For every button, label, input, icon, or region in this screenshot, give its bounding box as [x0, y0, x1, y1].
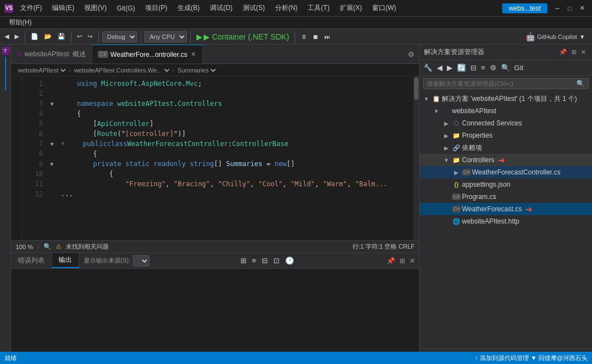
tree-item-weatherforecast[interactable]: C# WeatherForecast.cs ➜: [420, 203, 592, 215]
editor-vscrollbar[interactable]: [413, 76, 419, 240]
editor-status-row: 100 % | 🔍 ⚠ 未找到相关问题 行:1 字符:1 空格 CRLF: [11, 240, 419, 253]
solution-close-btn[interactable]: ✕: [579, 47, 588, 57]
weatherforecast-label: WeatherForecast.cs: [462, 205, 522, 213]
solution-float-btn[interactable]: ⊞: [570, 47, 578, 57]
toolbar-extra3[interactable]: ⏭: [322, 32, 333, 41]
tab-close-button[interactable]: ✕: [190, 50, 197, 59]
breadcrumb-member[interactable]: Summaries: [175, 66, 218, 74]
sol-btn-collapse[interactable]: ⊟: [469, 62, 478, 73]
output-btn-3[interactable]: ⊟: [259, 255, 270, 266]
output-btn-1[interactable]: ⊞: [238, 255, 249, 266]
sol-btn-search[interactable]: 🔍: [499, 62, 512, 73]
menu-analyze[interactable]: 分析(N): [271, 2, 302, 14]
menu-edit[interactable]: 编辑(E): [47, 2, 79, 14]
menu-file[interactable]: 文件(F): [16, 2, 46, 14]
toolbar-new[interactable]: 📄: [28, 32, 41, 41]
tree-item-http[interactable]: 🌐 websiteAPItest.http: [420, 215, 592, 227]
fold-7[interactable]: ▼: [47, 139, 56, 149]
toolbar-back[interactable]: ◀: [2, 32, 11, 41]
tab-overview[interactable]: ⚙ websiteAPItest: 概述: [11, 45, 92, 64]
tab-list-button[interactable]: ⚙: [406, 49, 417, 60]
menu-tools[interactable]: 工具(T): [303, 2, 334, 14]
tree-item-program[interactable]: C# Program.cs: [420, 191, 592, 203]
tree-item-weathercontroller[interactable]: ▶ C# WeatherForecastController.cs: [420, 166, 592, 178]
platform-select[interactable]: Any CPU: [145, 31, 187, 42]
margin-line-5: [11, 117, 22, 127]
vscrollbar-thumb[interactable]: [414, 77, 418, 100]
restore-button[interactable]: □: [564, 4, 575, 13]
output-btn-5[interactable]: 🕐: [283, 255, 296, 266]
tab-error-list[interactable]: 错误列表: [11, 254, 52, 268]
breadcrumb-project[interactable]: websiteAPItest: [16, 66, 68, 74]
sol-btn-forward[interactable]: ▶: [445, 62, 454, 73]
code-content[interactable]: using Microsoft.AspNetCore.Mvc; namespac…: [56, 76, 413, 240]
menu-view[interactable]: 视图(V): [80, 2, 111, 14]
minimize-button[interactable]: ─: [552, 4, 563, 13]
project-label: websiteAPItest: [452, 107, 496, 115]
menu-help[interactable]: 帮助(H): [4, 17, 36, 28]
solution-search-input[interactable]: [427, 80, 576, 87]
tab-weathercontroller[interactable]: C# WeatherFore...ontroller.cs ✕: [92, 45, 203, 64]
output-source-select[interactable]: [133, 255, 150, 266]
solution-toolbar: 🔧 ◀ ▶ 🔄 ⊟ ≡ ⚙ 🔍 Git: [420, 60, 592, 76]
tree-item-connected[interactable]: ▶ ⬡ Connected Services: [420, 117, 592, 129]
fold-9[interactable]: ▼: [47, 159, 56, 169]
sep1: [25, 31, 25, 42]
tree-item-dependencies[interactable]: ▶ 🔗 依赖项: [420, 142, 592, 154]
panel-float-btns: 📌 ⊞ ✕: [385, 256, 419, 265]
toolbar-extra1[interactable]: ⏸: [299, 32, 309, 41]
tree-item-controllers[interactable]: ▼ 📁 Controllers ➜: [420, 154, 592, 166]
toolbar-forward[interactable]: ▶: [12, 32, 21, 41]
sol-btn-git[interactable]: Git: [513, 62, 526, 73]
code-line-3: namespace websiteAPItest.Controllers: [56, 99, 413, 109]
fold-3[interactable]: ▼: [47, 99, 56, 109]
menu-git[interactable]: Git(G): [112, 3, 139, 13]
panel-pin-btn[interactable]: 📌: [385, 256, 397, 265]
panel-float-btn[interactable]: ⊞: [398, 256, 407, 265]
menu-test[interactable]: 测试(S): [238, 2, 269, 14]
menu-window[interactable]: 窗口(W): [368, 2, 401, 14]
tree-item-properties[interactable]: ▶ 📁 Properties: [420, 129, 592, 142]
fold-1: [47, 79, 56, 89]
toolbar: ◀ ▶ 📄 📂 💾 ↩ ↪ Debug Any CPU ▶ ▶ Containe…: [0, 29, 592, 45]
output-btn-4[interactable]: ⊡: [271, 255, 282, 266]
solution-pin-btn[interactable]: 📌: [557, 47, 569, 57]
breadcrumb-controller[interactable]: websiteAPItest.Controllers.We...: [72, 66, 171, 74]
tree-item-project[interactable]: ▼ ⬡ websiteAPItest: [420, 105, 592, 117]
tree-item-appsettings[interactable]: {} appsettings.json: [420, 178, 592, 191]
menu-project[interactable]: 项目(P): [141, 2, 172, 14]
tree-item-solution[interactable]: ▼ 📋 解决方案 'websiteAPItest' (1 个项目，共 1 个): [420, 93, 592, 105]
sol-btn-refresh[interactable]: 🔄: [455, 62, 468, 73]
margin-line-11: [11, 177, 22, 187]
sep5: [190, 31, 191, 42]
line-numbers: 1 2 3 4 5 6 7 8 9 10 11 12: [22, 76, 47, 240]
sol-btn-settings[interactable]: ⚙: [488, 62, 498, 73]
menu-debug[interactable]: 调试(D): [205, 2, 237, 14]
toolbar-save[interactable]: 💾: [55, 32, 68, 41]
sol-btn-back[interactable]: ◀: [435, 62, 444, 73]
sol-btn-filter[interactable]: ≡: [479, 62, 487, 73]
toolbar-extra2[interactable]: ⏹: [310, 32, 321, 41]
team-explorer-icon[interactable]: T: [2, 47, 9, 55]
title-bar: VS 文件(F) 编辑(E) 视图(V) Git(G) 项目(P) 生成(B) …: [0, 0, 592, 17]
toolbar-undo[interactable]: ↩: [75, 32, 84, 41]
menu-extensions[interactable]: 扩展(X): [335, 2, 367, 14]
output-btn-2[interactable]: ≡: [250, 255, 259, 266]
debug-config-select[interactable]: Debug: [102, 31, 137, 42]
cs-icon-active: C#: [98, 51, 108, 58]
panel-close-btn[interactable]: ✕: [408, 256, 417, 265]
toolbar-redo[interactable]: ↪: [85, 32, 95, 41]
github-copilot-button[interactable]: 🤖 GitHub Copilot ▼: [521, 31, 590, 42]
run-button[interactable]: ▶ ▶ Container (.NET SDK): [194, 32, 291, 41]
fold-6: [47, 129, 56, 139]
zoom-level[interactable]: 100 %: [16, 244, 33, 250]
sol-btn-properties[interactable]: 🔧: [422, 62, 434, 73]
menu-build[interactable]: 生成(B): [173, 2, 204, 14]
margin-line-9: [11, 157, 22, 167]
controllers-label: Controllers: [462, 156, 494, 164]
close-button[interactable]: ✕: [576, 4, 588, 13]
tab-output[interactable]: 输出: [52, 253, 79, 268]
toolbar-open[interactable]: 📂: [42, 32, 54, 41]
properties-label: Properties: [462, 132, 493, 139]
fold-8: [47, 149, 56, 159]
